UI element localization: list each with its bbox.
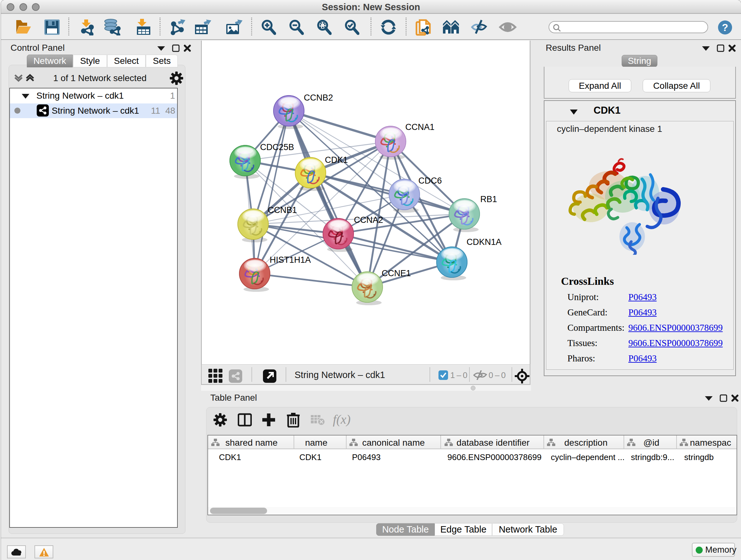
svg-text:CCNE1: CCNE1 — [382, 268, 411, 278]
svg-text:CDC25B: CDC25B — [260, 142, 294, 152]
svg-text:RB1: RB1 — [480, 194, 497, 204]
svg-text:CCNB2: CCNB2 — [304, 93, 333, 103]
svg-text:CCNA2: CCNA2 — [354, 215, 383, 225]
svg-text:CDK1: CDK1 — [325, 155, 348, 165]
svg-text:CCNA1: CCNA1 — [405, 122, 434, 132]
svg-text:CCNB1: CCNB1 — [268, 205, 297, 215]
svg-text:CDKN1A: CDKN1A — [467, 237, 502, 247]
svg-text:HIST1H1A: HIST1H1A — [270, 255, 311, 265]
svg-text:CDC6: CDC6 — [418, 176, 442, 186]
